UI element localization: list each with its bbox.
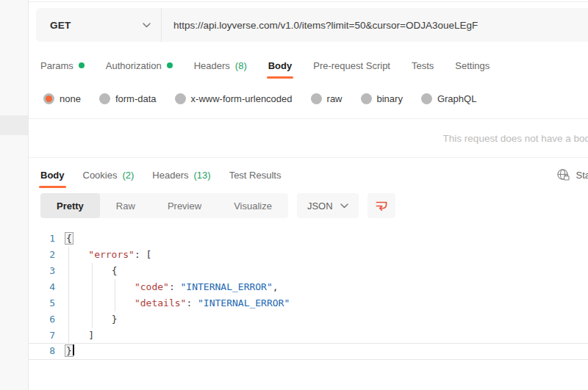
line-number: 2 [29, 247, 62, 263]
request-tab-label: Body [268, 60, 293, 71]
request-tab-params[interactable]: Params [40, 60, 85, 71]
green-dot-icon [79, 62, 85, 68]
response-tab-headers[interactable]: Headers(13) [152, 170, 210, 181]
response-tab-test-results[interactable]: Test Results [229, 170, 282, 181]
code-token: "details" [135, 297, 186, 308]
view-mode-pretty[interactable]: Pretty [40, 193, 100, 218]
format-dropdown[interactable]: JSON [297, 193, 359, 218]
body-type-none[interactable]: none [43, 93, 81, 104]
response-tabs: BodyCookies(2)Headers(13)Test ResultsSta [29, 158, 588, 192]
request-tab-pre-request-script[interactable]: Pre-request Script [313, 60, 390, 71]
green-dot-icon [167, 62, 173, 68]
body-type-raw[interactable]: raw [311, 93, 343, 104]
line-number: 1 [29, 231, 62, 247]
empty-body-band: This request does not have a bod [29, 118, 588, 158]
body-type-binary[interactable]: binary [361, 93, 403, 104]
request-tab-label: Tests [412, 60, 434, 71]
format-label: JSON [307, 201, 333, 212]
code-line: 4 "code": "INTERNAL_ERROR", [29, 279, 588, 295]
view-mode-visualize[interactable]: Visualize [218, 193, 288, 218]
radio-icon [175, 93, 186, 104]
radio-icon [421, 93, 432, 104]
response-tab-label: Body [40, 170, 65, 181]
view-mode-preview[interactable]: Preview [151, 193, 218, 218]
sidebar-selected-item[interactable] [0, 115, 28, 135]
code-line-content: "code": "INTERNAL_ERROR", [62, 279, 279, 295]
body-type-label: GraphQL [437, 93, 476, 104]
request-tab-body[interactable]: Body [268, 60, 293, 71]
globe-lock-icon[interactable] [556, 168, 570, 182]
request-tabs: ParamsAuthorizationHeaders(8)BodyPre-req… [29, 54, 588, 77]
bracket-match: { [65, 232, 74, 245]
request-tab-label: Pre-request Script [313, 60, 390, 71]
code-line: 2 "errors": [ [29, 247, 588, 263]
wrap-lines-icon [375, 199, 388, 212]
empty-body-message: This request does not have a bod [443, 133, 588, 144]
request-url-bar: GET https://api.loyverse.com/v1.0/items?… [36, 8, 588, 42]
body-type-label: none [60, 93, 81, 104]
method-label: GET [50, 20, 71, 31]
request-tab-label: Authorization [106, 60, 162, 71]
code-line: 5 "details": "INTERNAL_ERROR" [29, 295, 588, 311]
request-tab-headers[interactable]: Headers(8) [194, 60, 247, 71]
body-type-x-www-form-urlencoded[interactable]: x-www-form-urlencoded [175, 93, 293, 104]
line-number: 5 [29, 295, 62, 311]
request-tab-authorization[interactable]: Authorization [106, 60, 173, 71]
response-tab-label: Test Results [229, 170, 282, 181]
code-line-content: } [62, 311, 117, 328]
response-toolbar: PrettyRawPreviewVisualize JSON [29, 193, 588, 218]
code-token: "code" [135, 281, 169, 292]
code-token [65, 330, 88, 341]
request-panel: GET https://api.loyverse.com/v1.0/items?… [29, 0, 588, 390]
top-divider [29, 1, 588, 2]
postman-request-view: GET https://api.loyverse.com/v1.0/items?… [0, 0, 588, 390]
code-token: { [112, 265, 118, 276]
code-line-content: { [62, 231, 73, 247]
request-tab-count: (8) [235, 60, 247, 71]
code-token: , [273, 281, 279, 292]
code-token [65, 297, 135, 308]
request-tab-label: Settings [455, 60, 490, 71]
code-token [65, 314, 112, 325]
url-input[interactable]: https://api.loyverse.com/v1.0/items?limi… [162, 8, 478, 42]
code-line-content: "details": "INTERNAL_ERROR" [62, 295, 290, 311]
code-line-content: "errors": [ [62, 247, 151, 263]
line-number: 3 [29, 263, 62, 279]
status-label: Sta [576, 170, 588, 181]
chevron-down-icon [340, 203, 348, 209]
radio-selected-icon [43, 93, 54, 104]
request-tab-tests[interactable]: Tests [412, 60, 434, 71]
body-type-label: raw [327, 93, 343, 104]
radio-icon [311, 93, 322, 104]
text-cursor [73, 344, 74, 355]
body-type-form-data[interactable]: form-data [99, 93, 157, 104]
response-tab-body[interactable]: Body [40, 170, 65, 181]
code-token: ] [88, 330, 94, 341]
code-line: 6 } [29, 311, 588, 328]
line-number: 6 [29, 311, 62, 328]
response-body-editor[interactable]: 1{2 "errors": [3 {4 "code": "INTERNAL_ER… [29, 225, 588, 360]
body-type-graphql[interactable]: GraphQL [421, 93, 476, 104]
response-tab-cookies[interactable]: Cookies(2) [83, 170, 135, 181]
request-tab-label: Params [40, 60, 74, 71]
body-type-label: form-data [115, 93, 157, 104]
body-type-options: noneform-datax-www-form-urlencodedrawbin… [29, 87, 588, 109]
body-type-label: binary [377, 93, 403, 104]
code-line-content: } [62, 344, 74, 359]
code-token: "INTERNAL_ERROR" [198, 297, 290, 308]
line-number: 8 [29, 344, 62, 359]
view-mode-raw[interactable]: Raw [100, 193, 151, 218]
response-tab-label: Headers [152, 170, 188, 181]
request-tab-settings[interactable]: Settings [455, 60, 490, 71]
method-selector[interactable]: GET [36, 8, 162, 42]
code-token [65, 281, 135, 292]
line-number: 7 [29, 328, 62, 344]
code-token [65, 265, 112, 276]
code-line-content: ] [62, 328, 94, 344]
code-line-content: { [62, 263, 117, 279]
code-token [65, 249, 88, 260]
wrap-lines-button[interactable] [368, 193, 395, 218]
code-token: } [112, 314, 118, 325]
request-tab-label: Headers [194, 60, 230, 71]
code-line: 7 ] [29, 328, 588, 344]
